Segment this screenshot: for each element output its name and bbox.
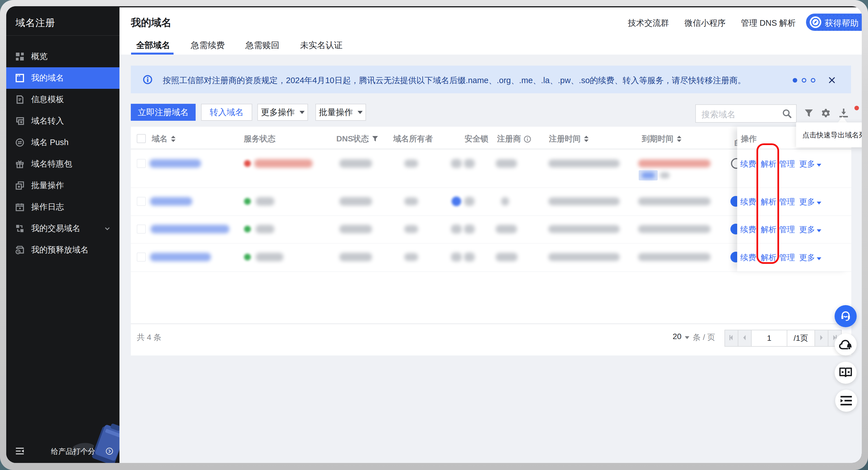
- renew-link[interactable]: 续费: [740, 197, 756, 207]
- redacted-text: [501, 197, 509, 206]
- gear-icon[interactable]: [821, 108, 831, 119]
- header-link-miniprogram[interactable]: 微信小程序: [685, 18, 725, 29]
- app-window: 域名注册 概览我的域名信息模板域名转入域名 Push域名特惠包批量操作操作日志我…: [6, 6, 862, 463]
- sidebar-item-7[interactable]: 操作日志: [6, 196, 120, 218]
- sidebar-item-4[interactable]: 域名 Push: [6, 132, 120, 153]
- get-help-button[interactable]: 获得帮助: [806, 13, 862, 31]
- manage-link[interactable]: 管理: [779, 224, 795, 235]
- prev-page-button[interactable]: [738, 330, 752, 347]
- row-checkbox[interactable]: [137, 159, 146, 168]
- renew-link[interactable]: 续费: [740, 224, 756, 235]
- sidebar-item-2[interactable]: 信息模板: [6, 89, 120, 110]
- tab-renew-urgent[interactable]: 急需续费: [191, 40, 225, 51]
- more-link[interactable]: 更多: [799, 252, 821, 263]
- gift-icon: [16, 160, 24, 168]
- sort-icon[interactable]: [674, 134, 682, 143]
- customer-service-button[interactable]: [835, 305, 857, 327]
- sidebar-item-3[interactable]: 域名转入: [6, 110, 120, 132]
- header-divider: [737, 149, 851, 149]
- column-header-3: 域名所有者: [393, 133, 433, 144]
- rate-product-link[interactable]: 给产品打个分: [51, 446, 95, 457]
- first-page-button[interactable]: [724, 330, 738, 347]
- filter-icon[interactable]: [804, 108, 814, 119]
- column-header-6[interactable]: 注册时间: [549, 133, 589, 144]
- column-header-1: 服务状态: [244, 133, 275, 144]
- carousel-dot-2[interactable]: [802, 78, 806, 82]
- renew-link[interactable]: 续费: [740, 252, 756, 263]
- sidebar-menu: 概览我的域名信息模板域名转入域名 Push域名特惠包批量操作操作日志我的交易域名…: [6, 46, 120, 261]
- transfer-domain-button[interactable]: 转入域名: [201, 104, 252, 121]
- column-header-0[interactable]: 域名: [152, 133, 176, 144]
- headset-icon: [839, 310, 852, 323]
- sidebar-item-1[interactable]: 我的域名: [6, 67, 120, 89]
- sidebar-item-label: 我的交易域名: [31, 223, 81, 234]
- first-page-icon: [725, 330, 738, 345]
- annotation-highlight-box: [756, 143, 779, 264]
- sidebar-item-8[interactable]: 我的交易域名: [6, 218, 120, 239]
- row-checkbox[interactable]: [137, 197, 146, 206]
- sidebar-item-label: 信息模板: [31, 94, 64, 105]
- register-domain-button[interactable]: 立即注册域名: [131, 104, 196, 121]
- info-icon[interactable]: [521, 134, 531, 143]
- redacted-text: [404, 225, 418, 233]
- redacted-text: [548, 253, 620, 261]
- tab-redeem-urgent[interactable]: 急需赎回: [245, 40, 279, 51]
- sidebar-item-6[interactable]: 批量操作: [6, 175, 120, 196]
- select-all-checkbox[interactable]: [137, 134, 146, 143]
- page-size-select[interactable]: 20: [673, 332, 689, 341]
- more-link[interactable]: 更多: [799, 159, 821, 169]
- redacted-text: [256, 253, 283, 261]
- more-actions-dropdown[interactable]: 更多操作: [257, 104, 308, 121]
- close-icon[interactable]: [829, 77, 835, 83]
- sidebar-item-label: 批量操作: [31, 180, 64, 191]
- header-link-dns[interactable]: 管理 DNS 解析: [741, 18, 796, 29]
- copy-icon: [16, 181, 24, 190]
- manage-link[interactable]: 管理: [779, 159, 795, 169]
- collapse-sidebar-icon[interactable]: [16, 448, 24, 455]
- sort-icon[interactable]: [581, 134, 589, 143]
- tab-not-verified[interactable]: 未实名认证: [300, 40, 343, 51]
- carousel-dot-1[interactable]: [793, 78, 797, 82]
- header-link-tech-group[interactable]: 技术交流群: [628, 18, 669, 29]
- sidebar-item-0[interactable]: 概览: [6, 46, 120, 67]
- column-header-2[interactable]: DNS状态: [336, 133, 378, 144]
- renew-link[interactable]: 续费: [740, 159, 756, 169]
- page-header: 我的域名 技术交流群 微信小程序 管理 DNS 解析 获得帮助 全部域名 急需续…: [120, 7, 862, 55]
- indent-list-icon: [841, 396, 852, 405]
- current-page-input[interactable]: 1: [751, 330, 787, 347]
- redacted-text: [638, 225, 711, 233]
- column-header-5: 注册商: [497, 133, 531, 144]
- row-checkbox[interactable]: [137, 225, 146, 234]
- more-link[interactable]: 更多: [799, 197, 821, 207]
- redacted-text: [496, 159, 517, 168]
- column-header-7[interactable]: 到期时间: [642, 133, 682, 144]
- more-link[interactable]: 更多: [799, 224, 821, 235]
- search-input[interactable]: 搜索域名: [695, 104, 797, 123]
- total-count-label: 共 4 条: [137, 332, 161, 343]
- carousel-dots[interactable]: [793, 78, 816, 82]
- caret-down-icon: [817, 164, 821, 167]
- search-icon[interactable]: [782, 109, 792, 119]
- quick-entry-button[interactable]: [835, 390, 857, 412]
- sidebar-footer: 给产品打个分: [6, 432, 120, 463]
- column-header-actions: 操作: [741, 133, 757, 144]
- filter-icon[interactable]: [369, 134, 378, 143]
- sidebar-item-9[interactable]: 我的预释放域名: [6, 239, 120, 261]
- redacted-text: [548, 160, 620, 167]
- docs-button[interactable]: [835, 362, 857, 384]
- manage-link[interactable]: 管理: [779, 197, 795, 207]
- sort-icon[interactable]: [167, 134, 176, 143]
- redacted-text: [151, 225, 229, 233]
- main-area: 我的域名 技术交流群 微信小程序 管理 DNS 解析 获得帮助 全部域名 急需续…: [120, 7, 862, 463]
- row-checkbox[interactable]: [137, 253, 146, 262]
- circle-chevron-right-icon[interactable]: [105, 447, 113, 455]
- carousel-dot-3[interactable]: [811, 78, 815, 82]
- redacted-text: [464, 253, 475, 262]
- status-dot: [244, 160, 251, 167]
- next-page-button[interactable]: [814, 330, 828, 347]
- tab-all-domains[interactable]: 全部域名: [136, 40, 170, 51]
- manage-link[interactable]: 管理: [779, 252, 795, 263]
- cloud-notification-button[interactable]: [835, 333, 857, 356]
- batch-actions-dropdown[interactable]: 批量操作: [315, 104, 366, 121]
- sidebar-item-5[interactable]: 域名特惠包: [6, 153, 120, 175]
